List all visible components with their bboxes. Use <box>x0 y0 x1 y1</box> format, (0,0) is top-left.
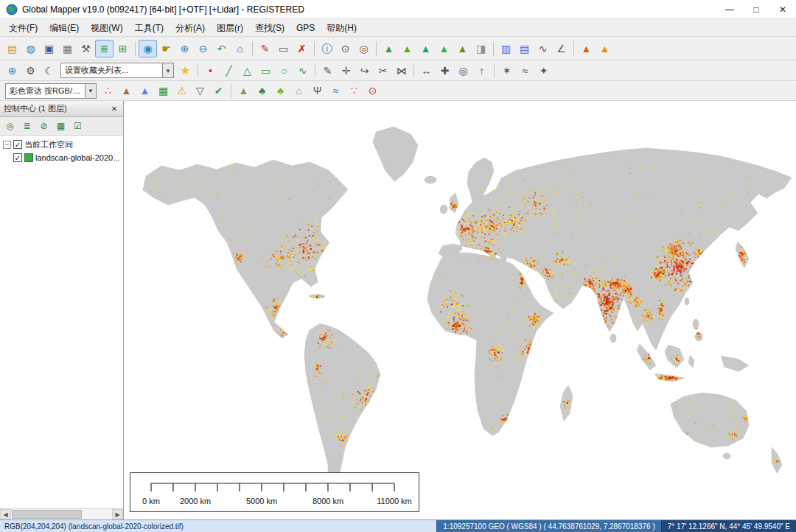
lidar-color-points-icon[interactable]: ∴ <box>99 82 117 99</box>
overlay-control-icon[interactable]: ⊞ <box>114 40 132 57</box>
satellite-view-icon[interactable]: ✦ <box>534 62 553 80</box>
pan-tool-icon[interactable]: ☛ <box>157 40 175 57</box>
chevron-down-icon[interactable]: ▾ <box>162 63 174 78</box>
create-spline-icon[interactable]: ∿ <box>293 62 312 80</box>
night-mode-icon[interactable]: ☾ <box>40 62 58 80</box>
pin-feature-icon[interactable]: ⊙ <box>363 82 382 99</box>
measure-tool-icon[interactable]: ↔ <box>417 62 436 80</box>
lidar-color-combo-value[interactable]: 彩色雷达 按RGB/Elev <box>5 83 85 99</box>
menu-edit[interactable]: 编辑(E) <box>43 20 85 36</box>
control-center-icon[interactable]: ≣ <box>95 40 114 57</box>
create-point-icon[interactable]: • <box>201 62 220 80</box>
building-extract-icon[interactable]: ⌂ <box>290 82 308 99</box>
line-of-sight-icon[interactable]: ∠ <box>552 40 570 57</box>
tree-expander-icon[interactable]: − <box>3 141 11 149</box>
panel-metadata-icon[interactable]: ▦ <box>53 119 69 133</box>
lidar-qc-icon[interactable]: ⚠ <box>172 82 191 99</box>
menu-file[interactable]: 文件(F) <box>3 20 43 36</box>
path-profile-icon[interactable]: ∿ <box>534 40 552 57</box>
menu-tools[interactable]: 工具(T) <box>129 20 170 36</box>
maximize-button[interactable]: □ <box>743 0 769 19</box>
feature-info-icon[interactable]: ⓘ <box>318 40 336 57</box>
terrain-analysis-icon[interactable]: ▲ <box>398 40 416 57</box>
watershed-icon[interactable]: ▲ <box>416 40 435 57</box>
tree-item-workspace-root[interactable]: −✓当前工作空间 <box>0 138 123 151</box>
search-data-icon[interactable]: ◎ <box>355 40 373 57</box>
create-area-icon[interactable]: △ <box>238 62 256 80</box>
gps-track-icon[interactable]: ≈ <box>516 62 534 80</box>
range-rings-icon[interactable]: ◎ <box>454 62 472 80</box>
forest-tools-icon[interactable]: ♣ <box>271 82 290 99</box>
create-circle-icon[interactable]: ○ <box>275 62 293 80</box>
panel-check-all-icon[interactable]: ☑ <box>70 119 85 133</box>
projection-settings-icon[interactable]: ⊕ <box>3 62 21 80</box>
lidar-extract-icon[interactable]: ✔ <box>209 82 228 99</box>
zoom-out-icon[interactable]: ⊖ <box>194 40 212 57</box>
menu-layer[interactable]: 图层(r) <box>211 20 249 36</box>
minimize-button[interactable]: — <box>716 0 743 19</box>
layer-checkbox[interactable]: ✓ <box>13 140 22 149</box>
tree-extract-icon[interactable]: ♣ <box>253 82 271 99</box>
create-line-icon[interactable]: ╱ <box>220 62 238 80</box>
split-feature-icon[interactable]: ✂ <box>374 62 392 80</box>
edit-vertices-icon[interactable]: ✎ <box>318 62 337 80</box>
show-3d-view-icon[interactable]: ▲ <box>577 40 596 57</box>
select-features-icon[interactable]: ▭ <box>274 40 293 57</box>
map-canvas[interactable]: 0 km2000 km5000 km8000 km11000 km <box>124 101 796 519</box>
view-shed-icon[interactable]: ▲ <box>380 40 398 57</box>
trace-digitize-icon[interactable]: ↪ <box>355 62 374 80</box>
combine-features-icon[interactable]: ⋈ <box>392 62 411 80</box>
coordinate-capture-icon[interactable]: ✚ <box>436 62 454 80</box>
point-cloud-dots-icon[interactable]: ∵ <box>345 82 363 99</box>
contour-generation-icon[interactable]: ▲ <box>435 40 453 57</box>
chevron-down-icon[interactable]: ▾ <box>85 83 97 99</box>
zoom-tool-icon[interactable]: ◉ <box>139 40 157 57</box>
terrain-paint-icon[interactable]: ▲ <box>453 40 472 57</box>
delete-feature-icon[interactable]: ✗ <box>293 40 311 57</box>
panel-horizontal-scrollbar[interactable]: ◀ ▶ <box>0 508 123 519</box>
powerline-extract-icon[interactable]: Ψ <box>308 82 327 99</box>
menu-analysis[interactable]: 分析(A) <box>170 20 211 36</box>
north-arrow-icon[interactable]: ↑ <box>472 62 491 80</box>
lidar-noise-classify-icon[interactable]: ▲ <box>136 82 154 99</box>
panel-close-icon[interactable]: ✕ <box>109 104 119 114</box>
water-detect-icon[interactable]: ≈ <box>327 82 345 99</box>
scrollbar-thumb[interactable] <box>12 510 82 519</box>
menu-view[interactable]: 视图(W) <box>85 20 128 36</box>
save-workspace-icon[interactable]: ▣ <box>40 40 58 57</box>
attribute-query-icon[interactable]: ⊙ <box>336 40 355 57</box>
tree-item-layer-landscan[interactable]: ✓landscan-global-2020... <box>0 151 123 164</box>
menu-help[interactable]: 帮助(H) <box>321 20 363 36</box>
open-data-grid-icon[interactable]: ▦ <box>58 40 77 57</box>
open-online-data-icon[interactable]: ◍ <box>21 40 40 57</box>
lidar-color-combo[interactable]: 彩色雷达 按RGB/Elev ▾ <box>5 83 97 99</box>
configuration-icon[interactable]: ⚙ <box>21 62 40 80</box>
vegetation-mountain-icon[interactable]: ▲ <box>234 82 253 99</box>
full-extent-icon[interactable]: ⌂ <box>231 40 249 57</box>
digitizer-tool-icon[interactable]: ✎ <box>256 40 274 57</box>
map-layout-icon[interactable]: ▤ <box>515 40 534 57</box>
open-file-icon[interactable]: ▤ <box>3 40 21 57</box>
raster-export-icon[interactable]: ▥ <box>497 40 515 57</box>
lidar-filter-icon[interactable]: ▽ <box>191 82 209 99</box>
gps-connect-icon[interactable]: ✶ <box>498 62 516 80</box>
panel-remove-layer-icon[interactable]: ⊘ <box>36 119 52 133</box>
zoom-in-icon[interactable]: ⊕ <box>175 40 194 57</box>
previous-view-icon[interactable]: ↶ <box>212 40 231 57</box>
scroll-right-icon[interactable]: ▶ <box>112 509 123 519</box>
create-rectangle-icon[interactable]: ▭ <box>256 62 275 80</box>
lidar-grid-icon[interactable]: ▦ <box>154 82 172 99</box>
close-button[interactable]: ✕ <box>769 0 796 19</box>
snap-toggle-icon[interactable]: ✛ <box>337 62 355 80</box>
menu-search[interactable]: 查找(S) <box>249 20 290 36</box>
tools-options-icon[interactable]: ⚒ <box>77 40 95 57</box>
layer-checkbox[interactable]: ✓ <box>13 153 22 162</box>
favorite-star-icon[interactable]: ★ <box>176 62 195 80</box>
image-swipe-icon[interactable]: ◨ <box>472 40 490 57</box>
menu-gps[interactable]: GPS <box>290 20 321 36</box>
lidar-ground-classify-icon[interactable]: ▲ <box>117 82 136 99</box>
favorites-combo-value[interactable]: 设置收藏夹列表... <box>60 63 162 78</box>
panel-zoom-to-layer-icon[interactable]: ◎ <box>2 119 18 133</box>
favorites-combo[interactable]: 设置收藏夹列表... ▾ <box>60 63 174 78</box>
scroll-left-icon[interactable]: ◀ <box>0 509 11 519</box>
